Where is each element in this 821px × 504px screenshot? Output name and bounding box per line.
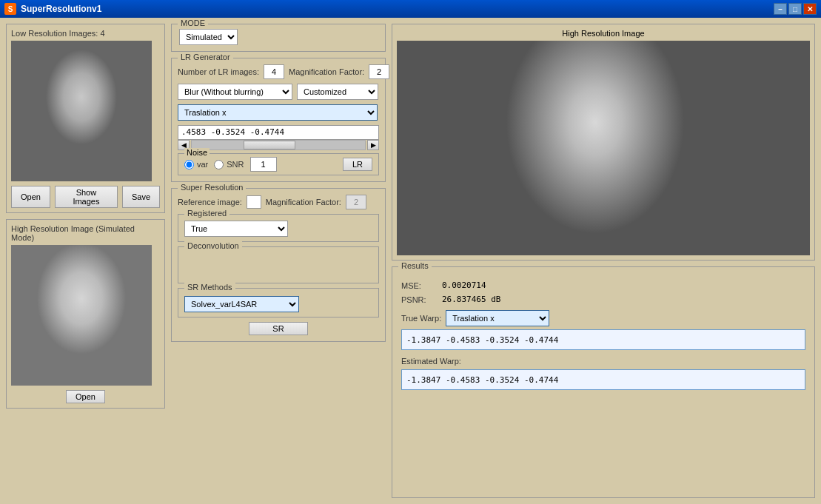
hr-sim-panel: High Resolution Image (Simulated Mode) O… [6,219,165,409]
title-bar: S SuperResolutionv1 – □ ✕ [0,0,821,18]
noise-snr-radio-group: SNR [214,160,244,169]
ref-image-label: Reference image: [178,198,242,206]
results-title: Results [398,261,432,270]
show-images-button[interactable]: Show Images [55,186,118,208]
true-warp-select[interactable]: Traslation x Traslation y [446,310,549,326]
noise-title: Noise [184,148,210,157]
hr-sim-image-content [11,245,152,386]
left-panel: Low Resolution Images: 4 Open Show Image… [6,24,165,498]
traslation-select[interactable]: Traslation x Traslation y [178,104,378,121]
noise-value-input[interactable] [250,157,277,172]
lr-button[interactable]: LR [343,158,372,171]
psnr-label: PSNR: [401,295,442,304]
mode-group: MODE Simulated Real [171,24,386,52]
noise-var-label: var [197,160,208,169]
noise-snr-radio[interactable] [214,160,224,169]
window-title: SuperResolutionv1 [21,4,101,14]
mse-label: MSE: [401,281,442,290]
scroll-thumb [244,141,295,149]
noise-group: Noise var SNR LR [178,153,379,175]
mode-title: MODE [178,19,208,27]
close-button[interactable]: ✕ [803,3,817,15]
right-panel: High Resolution Image Results MSE: 0.002… [392,24,815,498]
scroll-track[interactable] [191,140,366,150]
hr-image-title: High Resolution Image [397,29,810,38]
hr-sim-image-display [11,245,152,386]
maximize-button[interactable]: □ [788,3,802,15]
sr-methods-title: SR Methods [184,283,235,292]
true-warp-label: True Warp: [401,314,441,323]
results-group: Results MSE: 0.0020714 PSNR: 26.837465 d… [392,266,815,498]
mode-select[interactable]: Simulated Real [179,29,238,45]
lr-image-content [11,41,152,181]
lr-images-label: Low Resolution Images: 4 [11,29,160,38]
noise-var-radio-group: var [184,160,208,169]
true-warp-values: -1.3847 -0.4583 -0.3524 -0.4744 [401,329,805,350]
sr-mag-factor-input [346,195,366,209]
registered-select[interactable]: True False [184,221,288,237]
num-lr-label: Number of LR images: [178,67,259,76]
hr-image-content [397,41,810,255]
open-hr-button[interactable]: Open [66,390,105,403]
noise-var-radio[interactable] [184,160,194,169]
sr-methods-select[interactable]: Solvex_varL4SAR Method2 [184,296,299,312]
app-icon: S [4,3,16,15]
customized-select[interactable]: Customized Default [297,84,378,100]
sr-button[interactable]: SR [249,322,308,335]
registered-title: Registered [184,209,229,218]
save-button[interactable]: Save [122,186,160,208]
hr-image-panel: High Resolution Image [392,24,815,261]
deconvolution-group: Deconvolution [178,246,379,283]
open-lr-button[interactable]: Open [11,186,50,208]
noise-snr-label: SNR [227,160,244,169]
middle-panel: MODE Simulated Real LR Generator Number … [171,24,386,498]
psnr-value: 26.837465 dB [442,295,500,304]
hr-sim-label: High Resolution Image (Simulated Mode) [11,224,160,242]
sr-mag-factor-label: Magnification Factor: [266,198,341,206]
sr-methods-group: SR Methods Solvex_varL4SAR Method2 [178,288,379,317]
ref-image-box [247,195,261,209]
deconvolution-title: Deconvolution [184,241,242,250]
super-resolution-group: Super Resolution Reference image: Magnif… [171,188,386,342]
lr-image-display [11,41,152,181]
blur-select[interactable]: Blur (Without blurring) Gaussian [178,84,292,100]
mag-factor-label: Magnification Factor: [289,67,364,76]
lr-generator-title: LR Generator [178,53,233,61]
scroll-right-btn[interactable]: ▶ [367,140,379,150]
hr-image-display [397,41,810,255]
estimated-warp-label: Estimated Warp: [401,357,461,366]
lr-generator-group: LR Generator Number of LR images: Magnif… [171,58,386,182]
minimize-button[interactable]: – [774,3,787,15]
num-lr-input[interactable] [264,64,284,79]
mag-factor-input[interactable] [369,64,389,79]
matrix-values-display: .4583 -0.3524 -0.4744 [178,125,379,140]
window-controls: – □ ✕ [774,3,817,15]
registered-group: Registered True False [178,214,379,242]
super-res-title: Super Resolution [178,183,246,192]
lr-images-panel: Low Resolution Images: 4 Open Show Image… [6,24,165,213]
estimated-warp-values: -1.3847 -0.4583 -0.3524 -0.4744 [401,369,805,390]
mse-value: 0.0020714 [442,280,486,290]
